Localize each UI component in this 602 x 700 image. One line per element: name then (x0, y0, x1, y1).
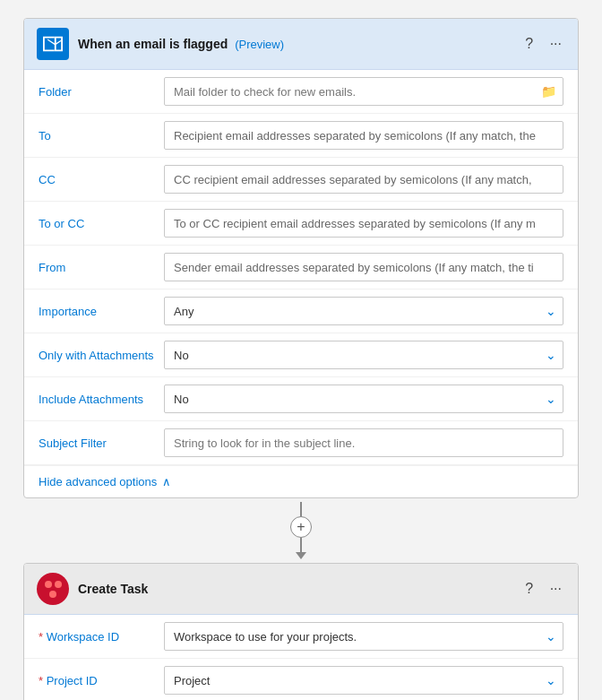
form-row-importance: Importance Any Low Normal High ⌄ (24, 290, 578, 333)
include-attachments-select[interactable]: No Yes (164, 385, 563, 413)
cc-label: CC (39, 173, 164, 186)
workspace-id-select[interactable]: Workspace to use for your projects. (164, 622, 563, 651)
include-attachments-select-wrapper: No Yes ⌄ (164, 385, 563, 413)
trigger-help-button[interactable]: ? (521, 36, 538, 52)
trigger-header-actions: ? ··· (521, 34, 565, 54)
folder-browse-icon[interactable]: 📁 (541, 84, 556, 99)
workspace-id-label: Workspace ID (39, 630, 164, 644)
folder-input-wrapper: 📁 (164, 77, 563, 106)
connector: + (290, 498, 312, 563)
project-id-label: Project ID (39, 674, 164, 687)
add-step-button[interactable]: + (290, 516, 312, 538)
asana-dots (45, 581, 62, 598)
cc-input[interactable]: CC recipient email addresses separated b… (164, 165, 563, 194)
form-row-attachments: Only with Attachments No Yes ⌄ (24, 333, 578, 377)
hide-advanced-toggle[interactable]: Hide advanced options ∧ (24, 465, 578, 497)
to-or-cc-input[interactable]: To or CC recipient email addresses separ… (164, 209, 563, 238)
asana-dot-top-right (55, 581, 62, 588)
form-row-to-or-cc: To or CC To or CC recipient email addres… (24, 202, 578, 246)
action-card: Create Task ? ··· Workspace ID Workspace… (23, 563, 579, 700)
trigger-title: When an email is flagged (Preview) (78, 37, 521, 51)
action-card-header: Create Task ? ··· (24, 564, 578, 615)
importance-select[interactable]: Any Low Normal High (164, 297, 563, 325)
folder-label: Folder (39, 85, 164, 99)
subject-filter-input[interactable] (164, 428, 563, 457)
attachments-select-wrapper: No Yes ⌄ (164, 341, 563, 369)
action-more-button[interactable]: ··· (546, 579, 565, 599)
form-row-from: From Sender email addresses separated by… (24, 246, 578, 290)
asana-bottom-dot-row (49, 591, 56, 598)
asana-icon (37, 573, 69, 605)
action-title: Create Task (78, 582, 521, 596)
include-attachments-label: Include Attachments (39, 393, 164, 406)
flow-container: When an email is flagged (Preview) ? ···… (23, 18, 579, 700)
trigger-card-header: When an email is flagged (Preview) ? ··· (24, 19, 578, 70)
workspace-select-wrapper: Workspace to use for your projects. ⌄ (164, 622, 563, 651)
form-row-workspace-id: Workspace ID Workspace to use for your p… (24, 615, 578, 659)
folder-input[interactable] (164, 77, 563, 106)
hide-advanced-chevron-icon: ∧ (162, 475, 171, 488)
connector-line-bottom (300, 538, 302, 552)
trigger-card-body: Folder 📁 To Recipient email addresses se… (24, 70, 578, 497)
project-id-select[interactable]: Project (164, 666, 563, 695)
from-input[interactable]: Sender email addresses separated by semi… (164, 253, 563, 281)
outlook-icon (37, 28, 69, 60)
action-header-actions: ? ··· (521, 579, 565, 599)
importance-select-wrapper: Any Low Normal High ⌄ (164, 297, 563, 325)
hide-advanced-label: Hide advanced options (39, 475, 157, 488)
form-row-cc: CC CC recipient email addresses separate… (24, 158, 578, 202)
preview-badge: (Preview) (235, 38, 284, 51)
action-card-body: Workspace ID Workspace to use for your p… (24, 615, 578, 700)
attachments-label: Only with Attachments (39, 349, 164, 362)
to-label: To (39, 129, 164, 143)
asana-top-dot-row (45, 581, 62, 588)
form-row-include-attachments: Include Attachments No Yes ⌄ (24, 377, 578, 421)
importance-label: Importance (39, 305, 164, 318)
form-row-folder: Folder 📁 (24, 70, 578, 114)
form-row-subject-filter: Subject Filter (24, 421, 578, 465)
action-help-button[interactable]: ? (521, 581, 538, 597)
form-row-project-id: Project ID Project ⌄ (24, 659, 578, 700)
from-label: From (39, 261, 164, 274)
trigger-more-button[interactable]: ··· (546, 34, 565, 54)
subject-filter-label: Subject Filter (39, 436, 164, 450)
asana-dot-bottom (49, 591, 56, 598)
to-or-cc-label: To or CC (39, 217, 164, 230)
to-input[interactable]: Recipient email addresses separated by s… (164, 121, 563, 150)
attachments-select[interactable]: No Yes (164, 341, 563, 369)
asana-dot-top-left (45, 581, 52, 588)
trigger-title-text: When an email is flagged (78, 37, 228, 51)
connector-arrow-icon (296, 552, 306, 559)
connector-line-top (300, 502, 302, 516)
project-select-wrapper: Project ⌄ (164, 666, 563, 695)
trigger-card: When an email is flagged (Preview) ? ···… (23, 18, 579, 498)
form-row-to: To Recipient email addresses separated b… (24, 114, 578, 158)
